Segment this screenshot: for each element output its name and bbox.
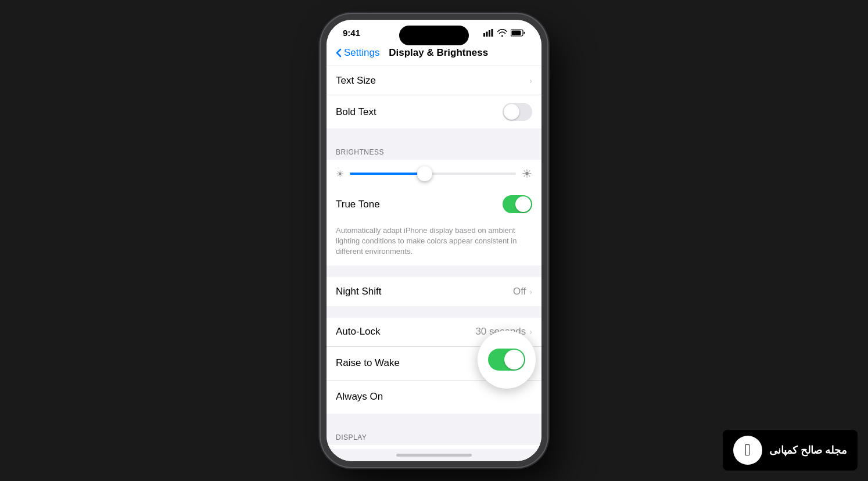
night-shift-status: Off xyxy=(513,286,526,297)
always-on-label: Always On xyxy=(336,391,383,403)
text-size-value: › xyxy=(529,76,532,85)
status-time: 9:41 xyxy=(343,28,360,38)
text-section: Text Size › Bold Text xyxy=(327,66,541,128)
brightness-card: ☀ ☀ xyxy=(327,160,541,188)
svg-rect-3 xyxy=(492,29,493,37)
brightness-slider-row[interactable]: ☀ ☀ xyxy=(336,167,532,181)
display-card: Display Zoom Default › xyxy=(327,445,541,449)
night-shift-item[interactable]: Night Shift Off › xyxy=(327,277,541,306)
svg-rect-0 xyxy=(483,33,485,37)
dynamic-island xyxy=(399,26,469,45)
content-area[interactable]: Text Size › Bold Text xyxy=(327,66,541,449)
home-bar xyxy=(396,454,472,457)
night-shift-section: Night Shift Off › xyxy=(327,277,541,306)
display-header: DISPLAY xyxy=(327,425,541,445)
back-label: Settings xyxy=(344,47,379,59)
chevron-right-icon: › xyxy=(529,287,532,296)
bold-text-toggle-knob xyxy=(504,104,519,120)
night-shift-card: Night Shift Off › xyxy=(327,277,541,306)
bold-text-toggle[interactable] xyxy=(503,103,532,121)
auto-lock-label: Auto-Lock xyxy=(336,326,381,338)
navigation-bar: Settings Display & Brightness xyxy=(327,42,541,66)
sun-large-icon: ☀ xyxy=(522,167,532,181)
battery-icon xyxy=(511,29,525,37)
status-bar: 9:41 xyxy=(327,20,541,42)
true-tone-label: True Tone xyxy=(336,199,380,210)
brightness-thumb[interactable] xyxy=(417,166,432,181)
true-tone-card: True Tone xyxy=(327,188,541,221)
always-on-toggle-magnified[interactable] xyxy=(488,349,525,371)
home-indicator xyxy=(327,449,541,461)
text-list-card: Text Size › Bold Text xyxy=(327,66,541,128)
display-zoom-item[interactable]: Display Zoom Default › xyxy=(327,445,541,449)
watermark-text: مجله صالح کمپانی xyxy=(769,444,847,457)
brightness-fill xyxy=(350,173,425,175)
chevron-right-icon: › xyxy=(529,76,532,85)
svg-rect-2 xyxy=(489,30,490,37)
night-shift-label: Night Shift xyxy=(336,286,381,297)
chevron-left-icon xyxy=(336,48,342,58)
apple-logo-circle:  xyxy=(733,436,762,465)
brightness-header: BRIGHTNESS xyxy=(327,140,541,160)
true-tone-description: Automatically adapt iPhone display based… xyxy=(327,221,541,265)
bold-text-label: Bold Text xyxy=(336,106,376,118)
brightness-slider[interactable] xyxy=(350,173,516,175)
night-shift-value: Off › xyxy=(513,286,532,297)
always-on-toggle-knob xyxy=(515,389,531,405)
true-tone-toggle-knob xyxy=(515,196,531,212)
text-size-item[interactable]: Text Size › xyxy=(327,66,541,95)
back-button[interactable]: Settings xyxy=(336,47,379,59)
phone-body: 9:41 xyxy=(321,14,547,467)
sun-small-icon: ☀ xyxy=(336,168,344,180)
bold-text-item[interactable]: Bold Text xyxy=(327,95,541,128)
true-tone-toggle[interactable] xyxy=(503,195,532,213)
display-section: DISPLAY Display Zoom Default › Choose a … xyxy=(327,425,541,449)
page-title: Display & Brightness xyxy=(379,47,497,59)
brightness-section: BRIGHTNESS ☀ ☀ True To xyxy=(327,140,541,265)
raise-to-wake-label: Raise to Wake xyxy=(336,357,400,369)
svg-rect-1 xyxy=(486,32,488,37)
status-icons xyxy=(483,29,525,37)
text-size-label: Text Size xyxy=(336,75,376,87)
phone-container: 9:41 xyxy=(321,14,547,467)
screen: 9:41 xyxy=(327,20,541,461)
always-on-toggle-knob-magnified xyxy=(504,350,524,369)
always-on-magnify-overlay xyxy=(478,331,536,389)
true-tone-item[interactable]: True Tone xyxy=(327,188,541,221)
wifi-icon xyxy=(497,29,507,37)
signal-icon xyxy=(483,29,494,37)
svg-rect-5 xyxy=(512,31,521,35)
apple-logo-icon:  xyxy=(745,442,751,458)
chevron-right-icon: › xyxy=(529,327,532,336)
watermark:  مجله صالح کمپانی xyxy=(723,430,858,471)
